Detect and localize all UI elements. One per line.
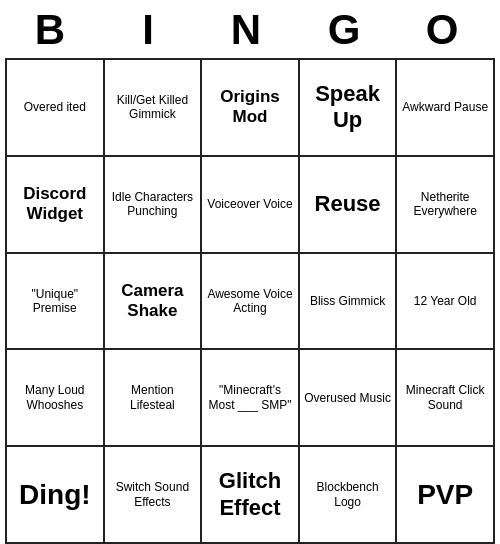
- title-g: G: [304, 6, 392, 54]
- bingo-cell-17: "Minecraft's Most ___ SMP": [202, 350, 300, 447]
- bingo-grid: Overed itedKill/Get Killed GimmickOrigin…: [5, 58, 495, 544]
- bingo-cell-16: Mention Lifesteal: [105, 350, 203, 447]
- bingo-cell-2: Origins Mod: [202, 60, 300, 157]
- bingo-cell-19: Minecraft Click Sound: [397, 350, 495, 447]
- bingo-cell-14: 12 Year Old: [397, 254, 495, 351]
- bingo-cell-5: Discord Widget: [7, 157, 105, 254]
- bingo-cell-1: Kill/Get Killed Gimmick: [105, 60, 203, 157]
- bingo-cell-13: Bliss Gimmick: [300, 254, 398, 351]
- bingo-cell-18: Overused Music: [300, 350, 398, 447]
- bingo-cell-3: Speak Up: [300, 60, 398, 157]
- title-n: N: [206, 6, 294, 54]
- title-b: B: [10, 6, 98, 54]
- bingo-cell-23: Blockbench Logo: [300, 447, 398, 544]
- bingo-cell-0: Overed ited: [7, 60, 105, 157]
- bingo-cell-22: Glitch Effect: [202, 447, 300, 544]
- bingo-cell-24: PVP: [397, 447, 495, 544]
- bingo-title: B I N G O: [5, 0, 495, 58]
- title-o: O: [402, 6, 490, 54]
- title-i: I: [108, 6, 196, 54]
- bingo-cell-7: Voiceover Voice: [202, 157, 300, 254]
- bingo-cell-12: Awesome Voice Acting: [202, 254, 300, 351]
- bingo-cell-8: Reuse: [300, 157, 398, 254]
- bingo-cell-6: Idle Characters Punching: [105, 157, 203, 254]
- bingo-cell-21: Switch Sound Effects: [105, 447, 203, 544]
- bingo-cell-11: Camera Shake: [105, 254, 203, 351]
- bingo-cell-4: Awkward Pause: [397, 60, 495, 157]
- bingo-cell-10: "Unique" Premise: [7, 254, 105, 351]
- bingo-cell-9: Netherite Everywhere: [397, 157, 495, 254]
- bingo-cell-15: Many Loud Whooshes: [7, 350, 105, 447]
- bingo-cell-20: Ding!: [7, 447, 105, 544]
